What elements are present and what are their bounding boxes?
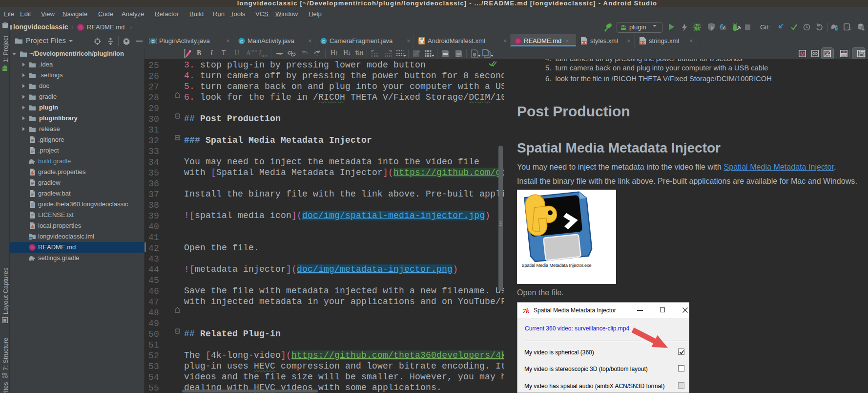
svg-text:7k: 7k (523, 307, 530, 314)
svg-text:M: M (843, 50, 846, 54)
svg-text:“: “ (303, 54, 305, 57)
svg-text:C: C (240, 39, 244, 44)
svg-text:C: C (322, 39, 326, 44)
svg-text:”: ” (316, 54, 318, 57)
svg-text:M: M (800, 51, 805, 57)
svg-text:C: C (151, 39, 155, 44)
svg-text:Spatial Media Metadata Injecto: Spatial Media Metadata Injector.exe (521, 263, 591, 268)
